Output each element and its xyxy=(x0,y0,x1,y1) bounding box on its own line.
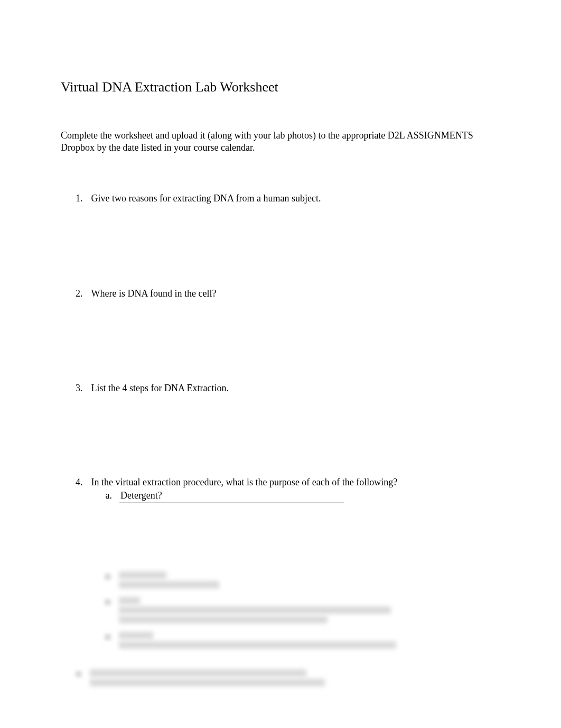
blur-marker xyxy=(105,634,111,640)
blurred-item-c xyxy=(105,597,500,625)
question-text: List the 4 steps for DNA Extraction. xyxy=(91,382,501,394)
blur-line xyxy=(119,616,328,623)
question-number: 1. xyxy=(76,192,91,205)
page-title: Virtual DNA Extraction Lab Worksheet xyxy=(61,79,500,95)
blur-line xyxy=(119,581,219,588)
instructions-text: Complete the worksheet and upload it (al… xyxy=(61,130,500,154)
question-4-text: In the virtual extraction procedure, wha… xyxy=(91,477,398,487)
blur-line xyxy=(90,679,325,686)
blurred-content xyxy=(76,572,500,651)
question-text: Give two reasons for extracting DNA from… xyxy=(91,192,501,205)
sub-letter: a. xyxy=(106,490,121,502)
question-text: In the virtual extraction procedure, wha… xyxy=(91,476,501,502)
questions-list: 1. Give two reasons for extracting DNA f… xyxy=(61,192,500,688)
blur-line xyxy=(119,606,391,614)
blurred-item-b xyxy=(105,572,500,591)
question-number: 4. xyxy=(76,476,91,502)
divider xyxy=(119,502,344,503)
blurred-question-5 xyxy=(76,669,500,688)
question-4: 4. In the virtual extraction procedure, … xyxy=(76,476,500,502)
blurred-item-d xyxy=(105,632,500,651)
question-number: 2. xyxy=(76,288,91,300)
blur-line xyxy=(119,632,153,639)
question-2: 2. Where is DNA found in the cell? xyxy=(76,288,500,300)
question-1: 1. Give two reasons for extracting DNA f… xyxy=(76,192,500,205)
question-4-sub-a: a. Detergent? xyxy=(91,490,501,502)
question-3: 3. List the 4 steps for DNA Extraction. xyxy=(76,382,500,394)
blur-marker xyxy=(105,574,111,580)
blur-number xyxy=(76,671,82,677)
question-number: 3. xyxy=(76,382,91,394)
blur-line xyxy=(119,572,166,579)
question-text: Where is DNA found in the cell? xyxy=(91,288,501,300)
blur-line xyxy=(119,597,140,604)
sub-text: Detergent? xyxy=(120,490,162,502)
blur-line xyxy=(119,641,396,649)
blur-marker xyxy=(105,599,111,605)
blur-line xyxy=(90,669,306,677)
